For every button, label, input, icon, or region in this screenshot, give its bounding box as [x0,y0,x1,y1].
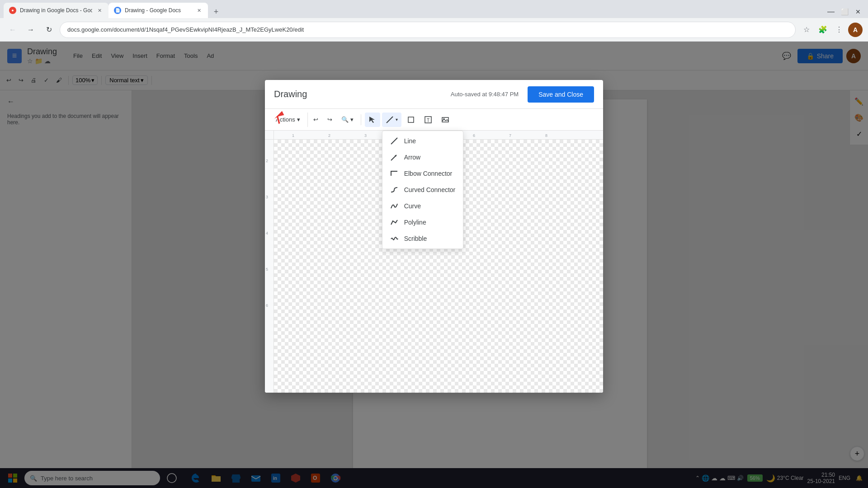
browser-tab-1[interactable]: ● Drawing in Google Docs - Googl ✕ [4,3,108,18]
tab1-close[interactable]: ✕ [96,7,103,14]
curve-icon [390,202,399,211]
curved-connector-icon [390,185,399,194]
svg-rect-4 [408,117,414,122]
minimize-button[interactable]: — [825,5,837,18]
arrow-icon [390,153,399,162]
refresh-button[interactable]: ↻ [42,23,56,37]
browser-toolbar-icons: ☆ 🧩 ⋮ A [799,23,863,37]
new-tab-button[interactable]: + [210,5,222,18]
svg-text:8: 8 [545,133,547,138]
line-dropdown-chevron: ▾ [396,117,398,122]
zoom-control[interactable]: 🔍 ▾ [338,113,357,127]
menu-button[interactable]: ⋮ [832,23,846,37]
text-tool-button[interactable]: T [420,113,436,127]
actions-button[interactable]: Actions ▾ [272,113,304,127]
browser-titlebar: ● Drawing in Google Docs - Googl ✕ 📄 Dra… [0,0,868,18]
shape-tool-button[interactable] [403,113,419,127]
actions-chevron-icon: ▾ [297,116,300,123]
shape-tool-icon [407,116,415,124]
svg-text:7: 7 [509,133,511,138]
curved-connector-label: Curved Connector [404,186,456,193]
line-label: Line [404,137,416,145]
zoom-dropdown-drawing-icon: ▾ [350,116,354,123]
zoom-search-icon: 🔍 [341,116,349,123]
vertical-ruler: 2 3 4 5 6 [265,140,274,393]
image-tool-icon [441,116,449,124]
tab2-favicon: 📄 [114,7,121,14]
scribble-icon [390,234,399,243]
svg-text:3: 3 [364,133,367,138]
elbow-connector-icon [390,169,399,178]
actions-menu: Actions ▾ [269,113,308,127]
line-option-arrow[interactable]: Arrow [382,149,463,165]
svg-text:6: 6 [473,133,475,138]
line-option-polyline[interactable]: Polyline [382,214,463,230]
tab1-favicon: ● [9,7,16,14]
svg-text:4: 4 [266,231,268,235]
drawing-dialog-overlay: Drawing Auto-saved at 9:48:47 PM Save an… [0,42,868,488]
extensions-button[interactable]: 🧩 [816,23,830,37]
line-option-line[interactable]: Line [382,133,463,149]
curve-label: Curve [404,202,421,210]
forward-button[interactable]: → [24,23,38,37]
svg-text:5: 5 [266,267,268,272]
drawing-autosave-text: Auto-saved at 9:48:47 PM [451,91,519,98]
tab2-close[interactable]: ✕ [195,7,203,14]
tab2-label: Drawing - Google Docs [125,7,181,14]
text-tool-icon: T [424,116,432,124]
polyline-icon [390,218,399,227]
line-tool-container: ▾ Line [382,113,401,127]
docs-content: ≡ Drawing ☆ 📁 ☁ File Edit View Insert Fo… [0,42,868,488]
toolbar-divider-drawing-1 [361,114,361,125]
select-tool-button[interactable] [365,113,380,127]
undo-button[interactable]: ↩ [310,113,322,127]
line-option-curved[interactable]: Curved Connector [382,182,463,198]
redo-button[interactable]: ↪ [324,113,336,127]
url-bar[interactable]: docs.google.com/document/d/1Nsqaf4_PGevS… [60,22,796,38]
close-window-button[interactable]: ✕ [852,5,864,18]
browser-tab-2[interactable]: 📄 Drawing - Google Docs ✕ [108,3,208,18]
maximize-button[interactable]: ⬜ [838,5,851,18]
arrow-label: Arrow [404,154,421,161]
svg-text:T: T [427,118,429,123]
svg-text:2: 2 [266,159,268,163]
line-dropdown-menu: Line Arrow [382,131,463,249]
actions-label: Actions [276,116,295,123]
browser-avatar[interactable]: A [848,23,863,37]
bookmark-button[interactable]: ☆ [799,23,814,37]
redo-icon: ↪ [327,116,332,123]
svg-line-1 [391,138,397,144]
line-tool-button[interactable]: ▾ [382,113,401,127]
line-option-curve[interactable]: Curve [382,198,463,214]
tab1-label: Drawing in Google Docs - Googl [20,7,92,14]
back-button[interactable]: ← [5,23,20,37]
line-option-scribble[interactable]: Scribble [382,230,463,247]
elbow-label: Elbow Connector [404,170,453,177]
line-tool-icon [386,116,394,124]
line-icon [390,136,399,145]
svg-text:2: 2 [328,133,330,138]
drawing-toolbar: Actions ▾ ↩ ↪ 🔍 ▾ [265,109,603,131]
browser-toolbar: ← → ↻ docs.google.com/document/d/1Nsqaf4… [0,18,868,42]
ruler-corner [265,131,274,139]
select-arrow-icon [368,116,377,124]
drawing-dialog-title: Drawing [274,89,307,99]
drawing-dialog-header: Drawing Auto-saved at 9:48:47 PM Save an… [265,80,603,109]
window-controls: — ⬜ ✕ [825,5,864,18]
svg-text:3: 3 [266,195,268,199]
line-option-elbow[interactable]: Elbow Connector [382,165,463,182]
polyline-label: Polyline [404,219,426,226]
browser-frame: ● Drawing in Google Docs - Googl ✕ 📄 Dra… [0,0,868,488]
svg-line-0 [387,117,393,123]
scribble-label: Scribble [404,235,427,242]
url-text: docs.google.com/document/d/1Nsqaf4_PGevS… [67,26,304,33]
svg-text:6: 6 [266,303,268,308]
svg-text:1: 1 [292,133,294,138]
image-tool-button[interactable] [438,113,453,127]
undo-icon: ↩ [313,116,318,123]
drawing-dialog: Drawing Auto-saved at 9:48:47 PM Save an… [265,80,603,393]
save-and-close-button[interactable]: Save and Close [528,86,594,103]
